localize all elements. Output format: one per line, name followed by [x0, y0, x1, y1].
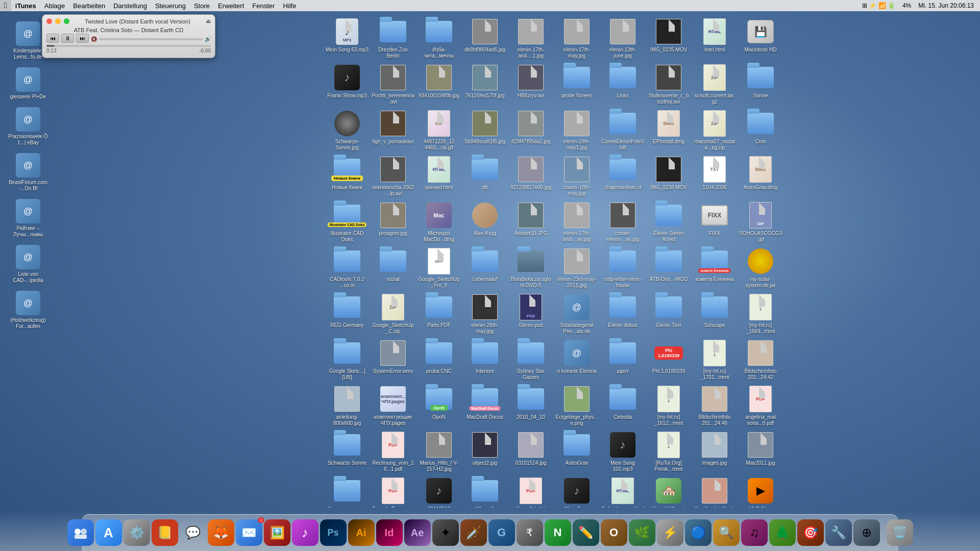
dock-spotlight[interactable]: 🔍 [713, 519, 740, 546]
file-2010-04-10[interactable]: 2010_04_10 [508, 383, 554, 428]
file-fixx[interactable]: FIXX FIXX [692, 199, 738, 244]
menu-fenster[interactable]: Fenster [248, 0, 279, 11]
file-rechnung[interactable]: PDF Rechnung_vom_16...1.pdf [370, 429, 416, 474]
file-bildschirmfoto-2446[interactable]: Bildschirmfoto 201...24:46 [692, 383, 738, 428]
file-astrograv-dmg[interactable]: DMG AstroGrav.dmg [738, 154, 783, 198]
file-izba[interactable]: Изба-чита...мечты [416, 16, 462, 61]
file-mein-song-103[interactable]: ♪ Mein Song 103.mp3 [554, 475, 600, 508]
file-cadtools[interactable]: CADtools 7.0.2 ...co.in [324, 245, 370, 290]
file-solscape[interactable]: Solscape [692, 291, 738, 336]
file-comet-elenin[interactable]: comet-elenin-...ay.jpg [600, 199, 646, 244]
itunes-close[interactable] [46, 18, 52, 24]
sidebar-item-reiting[interactable]: @ Рейтинг – Лучш...льмы [5, 196, 51, 240]
file-schwarze-sonne[interactable]: Schwarze-Sonne.jpg [324, 108, 370, 153]
file-elenin-dokus[interactable]: Elenin dokus [600, 291, 646, 336]
file-parts-pdf[interactable]: Parts PDF [416, 291, 462, 336]
file-object2[interactable]: object2.jpg [462, 429, 508, 474]
dock-appstore[interactable]: A [95, 519, 122, 546]
dock-addressbook[interactable]: 📒 [152, 519, 178, 546]
file-elenin-17th-1[interactable]: elenin-17th-and-...1.jpg [508, 16, 554, 61]
menu-hilfe[interactable]: Hilfe [279, 0, 300, 11]
file-interiors[interactable]: Interiors [462, 337, 508, 382]
itunes-maximize[interactable] [64, 18, 69, 24]
itunes-volume-bar[interactable] [99, 38, 203, 40]
file-myhit-1669[interactable]: ↓ [my-hit.ru] _1669...rrent [738, 291, 783, 336]
file-pochti[interactable]: Pochti_beremenna.avi [370, 62, 416, 107]
file-03101514[interactable]: 03101514.jpg [508, 429, 554, 474]
menu-store[interactable]: Store [190, 0, 214, 11]
dock-app-tree[interactable]: 🌲 [769, 519, 796, 546]
file-may2011[interactable]: May2011.jpg [738, 429, 783, 474]
file-opon[interactable]: OpoN OpoN [416, 383, 462, 428]
dock-firefox[interactable]: 🦊 [208, 519, 234, 546]
file-solarladegerat[interactable]: @ Solarladegerat Prei...alo.de [554, 291, 600, 336]
file-429f47[interactable]: 429f47f95da2.jpg [508, 108, 554, 153]
file-elenin-psd[interactable]: PSD Elenin.psd [508, 291, 554, 336]
dock-numbers[interactable]: N [545, 519, 571, 546]
itunes-next[interactable]: ⏭ [76, 34, 89, 43]
itunes-progress-bar[interactable] [46, 45, 211, 47]
file-tigri[interactable]: tigri_v_pomadeavi [370, 108, 416, 153]
file-celestia[interactable]: Celestia [600, 383, 646, 428]
file-myhit-1701[interactable]: ↓ [my-hit.ru] _1701...rrent [692, 337, 738, 382]
file-macdraft[interactable]: MacDraft Docus MacDraft Docus [462, 383, 508, 428]
dock-app-wrench[interactable]: 🔧 [825, 519, 852, 546]
file-franki-show[interactable]: ♪ Franki Show.mp3 [324, 62, 370, 107]
file-elenin-13th[interactable]: elenin-13th-june.jpg [600, 16, 646, 61]
sidebar-item-prazisions[interactable]: @ Prazisionswele Ö 1...| eBay [5, 104, 51, 148]
file-drezden-zoo[interactable]: Drezden Zoo Berlin [370, 16, 416, 61]
menu-bearbeiten[interactable]: Bearbeiten [69, 0, 109, 11]
file-44971228[interactable]: GIF 44971228_12 446S...ral.gif [416, 108, 462, 153]
file-934100[interactable]: 934100104f0b.jpg [416, 62, 462, 107]
file-my-solar[interactable]: my-solar-system.de.jar [738, 245, 783, 290]
dock-script-editor[interactable]: ✦ [432, 519, 459, 546]
apple-menu[interactable]:  [0, 0, 11, 11]
itunes-minimize[interactable] [55, 18, 61, 24]
sidebar-item-holz[interactable]: @ (Holzwerkzeug) For...aufen [5, 288, 51, 332]
file-queued-html[interactable]: HTML queued.html [416, 154, 462, 198]
file-rutor[interactable]: ↓ [RuTor.Org] Porok...rrent [646, 429, 692, 474]
file-76115[interactable]: 76115fed170f.jpg [462, 62, 508, 107]
file-anleitung[interactable]: anleitung-800x600.jpg [324, 383, 370, 428]
file-kniga-arbalet[interactable]: PDF KnigaArbalet ov.PDF [508, 475, 554, 508]
dock-mail[interactable]: ✉️ 2 [236, 519, 262, 546]
dock-sysprefs[interactable]: ⚙️ [124, 519, 150, 546]
file-comet-elenin-poleshift[interactable]: CometEleninPoleShift [600, 108, 646, 153]
dock-ichat[interactable]: 💬 [180, 519, 206, 546]
file-google-sketch-ub[interactable]: Google Sketc...][UB] [324, 337, 370, 382]
dock-photoshop[interactable]: Ps [320, 519, 347, 546]
dock-grapher[interactable]: G [488, 519, 515, 546]
file-macintosh-hd[interactable]: 💾 Macintosh HD [738, 16, 783, 61]
dock-finder[interactable] [67, 519, 94, 546]
file-stolknovenie[interactable]: Stolknovenie_c_bezdnoj.avi [646, 62, 692, 107]
file-sonne[interactable]: Sonne [738, 62, 783, 107]
file-illustrator-cad[interactable]: Illustrator CAD Doks Illustrator CAD Dok… [324, 199, 370, 244]
file-proagent[interactable]: proagent.jpg [370, 199, 416, 244]
file-bildschirmfoto-2442[interactable]: Bildschirmfoto 201...24:42 [738, 337, 783, 382]
file-virtual-village[interactable]: 🏘️ Virtual Villag...t City [646, 475, 692, 508]
file-novye-knigi[interactable]: Новые Книги Новые Книги [324, 154, 370, 198]
menu-darstellung[interactable]: Darstellung [109, 0, 151, 11]
app-name[interactable]: iTunes [11, 0, 40, 11]
file-db8bf[interactable]: db8bf9804ad6.jpg [462, 16, 508, 61]
file-reg-germany[interactable]: REG Germany [324, 291, 370, 336]
dock-preview[interactable]: 🖼️ [264, 519, 290, 546]
dock-aftereffects[interactable]: Ae [404, 519, 431, 546]
file-links[interactable]: Links [600, 62, 646, 107]
file-827238[interactable]: 827238f17e00.jpg [508, 154, 554, 198]
file-google-sketch-c[interactable]: ZIP Google_SketchUp_C.zip [370, 291, 416, 336]
file-elenin-17th-and[interactable]: elenin-17th-and-...ay.jpg [554, 199, 600, 244]
dock-pen-app[interactable]: ✏️ [573, 519, 599, 546]
file-angelina[interactable]: PDF angelina_mal vorla...0.pdf [738, 383, 783, 428]
file-hb8zryv[interactable]: HB8zryv.avi [508, 62, 554, 107]
file-sydney-star[interactable]: Sydney Star Gazers [508, 337, 554, 382]
file-img0235[interactable]: IMG_0235.MOV [646, 16, 692, 61]
file-alex-krug[interactable]: Alex Krug [462, 199, 508, 244]
dock-app-electric[interactable]: ⚡ [657, 519, 683, 546]
file-elenin-stereo[interactable]: Elenin Stereo Ahied [646, 199, 692, 244]
dock-itunes[interactable]: ♪ [292, 519, 318, 546]
dock-app-bluedot[interactable]: 🔵 [685, 519, 712, 546]
dock-indesign[interactable]: Id [376, 519, 403, 546]
file-sozial[interactable]: sozial [370, 245, 416, 290]
file-phi[interactable]: Phi 1,6180339 Phi 1,6180339 [646, 337, 692, 382]
